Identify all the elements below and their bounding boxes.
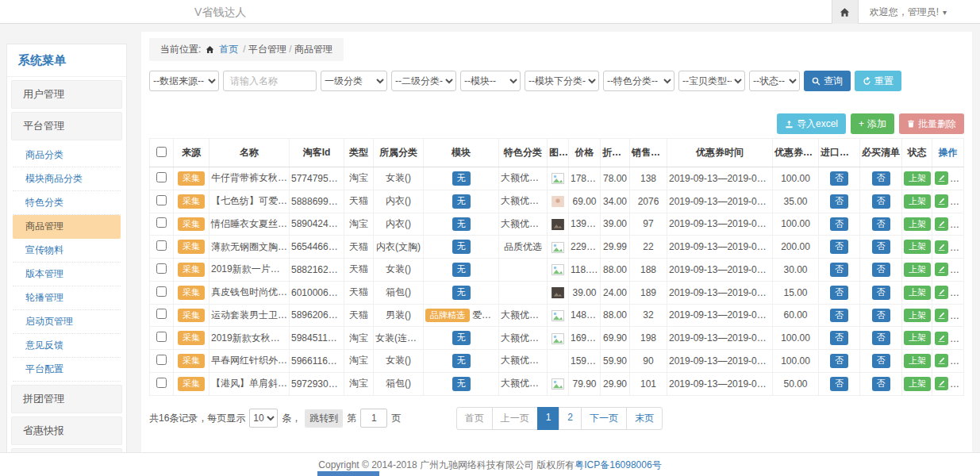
row-checkbox[interactable] — [156, 172, 167, 182]
edit-button[interactable] — [935, 332, 948, 345]
filter-select-feature-category[interactable]: --特色分类-- — [603, 71, 674, 91]
sidebar-item-版本管理[interactable]: 版本管理 — [13, 263, 121, 286]
import-select-badge[interactable]: 否 — [830, 171, 848, 186]
must-buy-badge[interactable]: 否 — [872, 217, 890, 232]
sidebar-item-平台管理[interactable]: 平台管理 — [11, 112, 122, 140]
filter-select-module[interactable]: --模块-- — [460, 71, 521, 91]
status-badge[interactable]: 上架 — [904, 240, 931, 254]
row-checkbox[interactable] — [156, 378, 167, 388]
edit-button[interactable] — [935, 309, 948, 322]
sidebar-item-平台配置[interactable]: 平台配置 — [13, 358, 121, 382]
filter-select-status[interactable]: --状态-- — [749, 71, 800, 91]
sidebar-item-商品分类[interactable]: 商品分类 — [13, 144, 121, 167]
jump-to-button[interactable]: 跳转到 — [305, 409, 343, 428]
filter-select-level2-category[interactable]: --二级分类-- — [391, 71, 456, 91]
must-buy-badge[interactable]: 否 — [872, 286, 890, 300]
module-text: 爱上运动 — [472, 309, 499, 321]
sidebar-item-宣传物料[interactable]: 宣传物料 — [13, 239, 121, 263]
pager-item-末页[interactable]: 末页 — [626, 407, 663, 430]
status-badge[interactable]: 上架 — [904, 263, 931, 277]
edit-button[interactable] — [935, 354, 948, 367]
edit-button[interactable] — [935, 286, 948, 299]
edit-button[interactable] — [935, 240, 948, 254]
user-menu[interactable]: 欢迎您，管理员! ▾ — [859, 0, 980, 24]
filter-select-data-source[interactable]: --数据来源-- — [149, 71, 219, 91]
name-search-input[interactable] — [223, 71, 317, 91]
row-checkbox[interactable] — [156, 332, 167, 342]
icp-link[interactable]: 粤ICP备16098006号 — [575, 459, 661, 470]
row-checkbox[interactable] — [156, 240, 167, 251]
edit-button[interactable] — [935, 217, 948, 231]
import-select-badge[interactable]: 否 — [830, 286, 848, 300]
home-button[interactable] — [832, 0, 859, 24]
pager-item-2[interactable]: 2 — [559, 407, 582, 430]
status-badge[interactable]: 上架 — [904, 217, 931, 232]
select-all-checkbox[interactable] — [156, 147, 167, 157]
sidebar-item-启动页管理[interactable]: 启动页管理 — [13, 310, 121, 334]
pager-item-首页[interactable]: 首页 — [456, 407, 493, 430]
filter-select-module-sub-category[interactable]: --模块下分类-- — [525, 71, 599, 91]
must-buy-badge[interactable]: 否 — [872, 194, 890, 209]
edit-button[interactable] — [935, 377, 948, 390]
must-buy-badge[interactable]: 否 — [872, 240, 890, 254]
module-badge: 无 — [452, 286, 471, 300]
must-buy-badge[interactable]: 否 — [872, 309, 890, 323]
edit-button[interactable] — [935, 263, 948, 276]
import-select-badge[interactable]: 否 — [830, 309, 848, 323]
must-buy-badge[interactable]: 否 — [872, 171, 890, 186]
edit-button[interactable] — [935, 171, 948, 185]
import-excel-button[interactable]: 导入excel — [777, 113, 846, 134]
status-badge[interactable]: 上架 — [904, 309, 931, 323]
pager-item-下一页[interactable]: 下一页 — [581, 407, 627, 430]
import-select-badge[interactable]: 否 — [830, 194, 848, 209]
sidebar-item-用户管理[interactable]: 用户管理 — [11, 80, 122, 109]
sidebar-item-省惠快报[interactable]: 省惠快报 — [11, 416, 122, 445]
add-button[interactable]: + 添加 — [851, 113, 894, 134]
import-select-badge[interactable]: 否 — [830, 354, 848, 368]
search-button[interactable]: 查询 — [804, 71, 851, 91]
sidebar-item-意见反馈[interactable]: 意见反馈 — [13, 334, 121, 358]
status-badge[interactable]: 上架 — [904, 331, 931, 345]
row-checkbox[interactable] — [156, 355, 167, 365]
must-buy-badge[interactable]: 否 — [872, 331, 890, 345]
page-number-input[interactable] — [360, 409, 387, 428]
batch-delete-button[interactable]: 批量删除 — [899, 113, 964, 134]
status-badge[interactable]: 上架 — [904, 377, 931, 391]
status-badge[interactable]: 上架 — [904, 171, 931, 186]
sidebar-item-商品管理[interactable]: 商品管理 — [13, 215, 121, 239]
import-select-badge[interactable]: 否 — [830, 377, 848, 391]
reset-button[interactable]: 重置 — [855, 71, 901, 91]
status-badge[interactable]: 上架 — [904, 286, 931, 300]
row-checkbox[interactable] — [156, 263, 167, 274]
row-checkbox[interactable] — [156, 286, 167, 297]
import-select-badge[interactable]: 否 — [830, 263, 848, 277]
name-cell: 2019新款一片式系... — [209, 259, 290, 282]
breadcrumb-home-link[interactable]: 首页 — [219, 43, 238, 56]
sidebar-item-模块商品分类[interactable]: 模块商品分类 — [13, 167, 121, 191]
import-select-badge[interactable]: 否 — [830, 331, 848, 345]
status-cell: 上架 — [902, 213, 932, 236]
status-badge[interactable]: 上架 — [904, 354, 931, 368]
filter-select-item-type[interactable]: --宝贝类型-- — [678, 71, 745, 91]
row-checkbox[interactable] — [156, 309, 167, 319]
coupon-time-cell: 2019-09-13—2019-09-19 — [667, 259, 773, 282]
sidebar-item-特色分类[interactable]: 特色分类 — [13, 191, 121, 215]
filter-select-level1-category[interactable]: 一级分类 — [321, 71, 387, 91]
pager-item-上一页[interactable]: 上一页 — [492, 407, 538, 430]
trash-icon — [907, 120, 915, 128]
import-select-badge[interactable]: 否 — [830, 217, 848, 232]
import-select-cell: 否 — [819, 167, 860, 190]
import-select-badge[interactable]: 否 — [830, 240, 848, 254]
per-page-select[interactable]: 10 — [249, 409, 278, 428]
edit-button[interactable] — [935, 194, 948, 208]
must-buy-badge[interactable]: 否 — [872, 263, 890, 277]
status-badge[interactable]: 上架 — [904, 194, 931, 209]
pager-item-1[interactable]: 1 — [537, 407, 560, 430]
row-checkbox[interactable] — [156, 217, 167, 228]
must-buy-badge[interactable]: 否 — [872, 354, 890, 368]
must-buy-badge[interactable]: 否 — [872, 377, 890, 391]
sales-cell: 22 — [630, 236, 667, 259]
sidebar-item-拼团管理[interactable]: 拼团管理 — [11, 385, 122, 413]
row-checkbox[interactable] — [156, 195, 167, 205]
sidebar-item-轮播管理[interactable]: 轮播管理 — [13, 286, 121, 310]
